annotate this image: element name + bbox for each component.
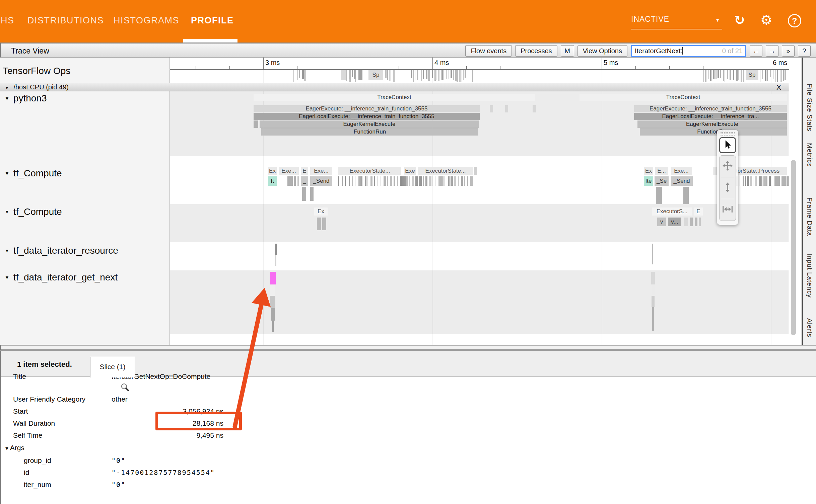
trace-slice[interactable]: Ex	[268, 167, 277, 175]
tab-profile[interactable]: PROFILE	[191, 15, 234, 26]
trace-slice[interactable]: EagerKernelExecute	[637, 120, 787, 128]
tab-hs[interactable]: HS	[1, 15, 14, 26]
trace-slice[interactable]: It	[268, 176, 277, 186]
trace-slice[interactable]: _Send	[310, 176, 332, 186]
ops-slice[interactable]: Sp	[368, 70, 383, 80]
trace-slice[interactable]	[338, 176, 339, 186]
marker-button[interactable]: M	[561, 45, 574, 57]
gear-icon[interactable]: ⚙	[760, 12, 772, 27]
trace-slice[interactable]	[374, 176, 375, 186]
panel-splitter[interactable]	[0, 345, 816, 351]
trace-slice[interactable]	[438, 176, 441, 186]
trace-slice[interactable]	[470, 176, 473, 186]
trace-slice[interactable]	[695, 218, 697, 226]
process-group-header[interactable]: ▼ /host:CPU (pid 49) X	[0, 83, 789, 91]
select-tool-button[interactable]	[719, 137, 736, 153]
search-input[interactable]: IteratorGetNext:0 of 21	[631, 45, 746, 57]
trace-slice[interactable]	[275, 244, 277, 255]
trace-slice[interactable]: _Se	[655, 176, 669, 186]
track-label-tf_data_iterator_resource[interactable]: ▼tf_data_iterator_resource	[5, 245, 118, 256]
magnifier-icon[interactable]	[120, 383, 130, 394]
expander-triangle-icon[interactable]: ▼	[5, 248, 9, 253]
trace-slice[interactable]	[454, 176, 456, 186]
trace-slice[interactable]	[384, 176, 386, 186]
trace-slice[interactable]	[352, 176, 353, 186]
trace-slice[interactable]	[652, 307, 654, 331]
prev-match-button[interactable]: ←	[750, 45, 762, 57]
trace-slice[interactable]	[743, 176, 744, 186]
trace-slice[interactable]	[355, 176, 355, 186]
trace-slice[interactable]	[272, 321, 274, 332]
trace-slice[interactable]	[387, 176, 388, 186]
trace-slice[interactable]	[270, 296, 275, 308]
trace-slice[interactable]	[441, 176, 444, 186]
trace-slice[interactable]: v	[657, 218, 666, 226]
trace-slice[interactable]: ExecutorS...	[652, 207, 692, 216]
trace-slice[interactable]	[750, 176, 752, 186]
trace-slice[interactable]: E	[301, 167, 308, 175]
trace-slice[interactable]	[425, 176, 427, 186]
trace-slice[interactable]	[349, 176, 350, 186]
trace-slice[interactable]	[533, 105, 536, 112]
trace-slice[interactable]: Exe...	[279, 167, 299, 175]
tab-histograms[interactable]: HISTOGRAMS	[114, 15, 179, 26]
trace-slice[interactable]	[429, 176, 431, 186]
trace-slice[interactable]: EagerExecute: __inference_train_function…	[254, 105, 480, 112]
trace-slice[interactable]	[755, 176, 757, 186]
trace-help-button[interactable]: ?	[798, 45, 811, 57]
expander-triangle-icon[interactable]: ▼	[5, 171, 9, 176]
trace-slice[interactable]: EagerLocalExecute: __inference_tra...	[634, 113, 787, 120]
trace-slice[interactable]	[699, 218, 701, 226]
trace-slice[interactable]: TraceContext	[254, 94, 535, 101]
trace-slice[interactable]	[505, 105, 508, 112]
trace-slice[interactable]	[435, 176, 435, 186]
flow-events-button[interactable]: Flow events	[465, 45, 512, 57]
trace-slice[interactable]: FunctionRun	[261, 128, 478, 136]
trace-slice[interactable]	[275, 255, 276, 266]
trace-slice[interactable]	[458, 176, 459, 186]
next-match-button[interactable]: →	[766, 45, 778, 57]
track-label-tf_Compute[interactable]: ▼tf_Compute	[5, 168, 62, 179]
args-section-label[interactable]: ▼Args	[4, 444, 24, 452]
trace-slice[interactable]: ExecutorState...	[418, 167, 473, 175]
trace-slice[interactable]: ExecutorState...	[338, 167, 401, 175]
trace-slice[interactable]	[412, 176, 414, 186]
trace-slice[interactable]: Exe...	[671, 167, 692, 175]
trace-slice[interactable]	[342, 176, 343, 186]
trace-slice[interactable]	[656, 187, 662, 204]
selected-slice[interactable]	[270, 272, 276, 284]
trace-slice[interactable]	[467, 176, 468, 186]
ops-slice[interactable]: Sp	[746, 70, 758, 80]
trace-slice[interactable]	[419, 176, 422, 186]
sidebar-tab-input-latency[interactable]: Input Latency	[806, 253, 813, 298]
trace-slice[interactable]	[490, 105, 493, 112]
trace-slice[interactable]	[361, 176, 362, 186]
trace-slice[interactable]	[400, 176, 403, 186]
trace-slice[interactable]	[394, 176, 395, 186]
trace-slice[interactable]	[294, 176, 296, 186]
sidebar-tab-frame-data[interactable]: Frame Data	[806, 197, 813, 236]
trace-slice[interactable]: Exe...	[310, 167, 332, 175]
trace-slice[interactable]	[766, 176, 767, 186]
trace-slice[interactable]	[397, 176, 398, 186]
close-icon[interactable]: X	[773, 83, 784, 91]
trace-slice[interactable]	[652, 244, 653, 264]
trace-slice[interactable]	[448, 176, 450, 186]
trace-slice[interactable]	[652, 296, 655, 307]
expander-triangle-icon[interactable]: ▼	[5, 96, 9, 101]
trace-slice[interactable]	[740, 176, 740, 186]
trace-slice[interactable]	[786, 176, 787, 186]
expander-triangle-icon[interactable]: ▼	[4, 445, 9, 451]
trace-slice[interactable]	[451, 176, 453, 186]
trace-slice[interactable]	[761, 176, 762, 186]
trace-slice[interactable]	[310, 187, 314, 201]
trace-slice[interactable]	[753, 176, 753, 186]
trace-slice[interactable]	[271, 308, 275, 321]
trace-slice[interactable]: FunctionRun	[640, 128, 787, 136]
trace-slice[interactable]	[367, 176, 368, 186]
trace-slice[interactable]: TraceContext	[580, 94, 787, 101]
trace-slice[interactable]	[378, 176, 378, 186]
trace-slice[interactable]	[690, 218, 693, 226]
trace-slice[interactable]	[317, 218, 321, 230]
tab-slice[interactable]: Slice (1)	[90, 357, 135, 377]
